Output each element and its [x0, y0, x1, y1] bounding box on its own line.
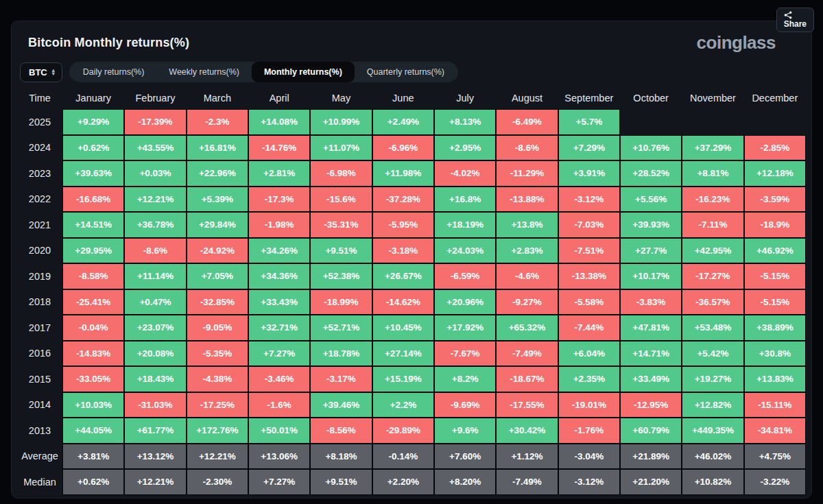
- column-header: May: [310, 87, 372, 109]
- return-cell: +42.95%: [682, 238, 743, 264]
- controls-row: BTC ▴▾ Daily returns(%)Weekly returns(%)…: [20, 62, 806, 82]
- share-icon: [784, 11, 807, 19]
- share-button[interactable]: Share: [776, 8, 814, 32]
- chevron-updown-icon: ▴▾: [52, 69, 55, 75]
- return-cell: +2.2%: [372, 392, 434, 418]
- return-cell: +7.05%: [187, 263, 248, 289]
- page: Share Bitcoin Monthly returns(%) coingla…: [0, 0, 823, 504]
- return-cell: +7.27%: [248, 469, 310, 495]
- return-cell: +23.07%: [124, 315, 186, 341]
- return-cell: +3.81%: [62, 444, 124, 470]
- return-cell: +10.82%: [682, 469, 743, 495]
- return-cell: -7.11%: [682, 212, 743, 238]
- return-cell: +21.89%: [620, 444, 682, 470]
- return-cell: +39.63%: [62, 160, 124, 187]
- tab-daily-returns[interactable]: Daily returns(%): [71, 62, 157, 82]
- return-cell: -4.02%: [434, 160, 496, 187]
- return-cell: +53.48%: [682, 315, 743, 341]
- return-cell: -18.9%: [744, 212, 806, 238]
- return-cell: -8.6%: [496, 135, 558, 161]
- share-button-label: Share: [784, 19, 807, 29]
- column-header: April: [248, 87, 310, 109]
- column-header: January: [62, 87, 124, 109]
- return-cell: -17.55%: [496, 392, 558, 418]
- return-cell: -7.49%: [496, 469, 558, 495]
- return-cell: +8.18%: [310, 444, 372, 470]
- return-cell: -7.03%: [558, 212, 620, 238]
- tab-group: Daily returns(%)Weekly returns(%)Monthly…: [69, 62, 458, 82]
- return-cell: -3.22%: [744, 469, 806, 495]
- return-cell: +172.76%: [187, 418, 248, 444]
- return-cell: -3.59%: [744, 187, 806, 213]
- table-row: 2014+10.03%-31.03%-17.25%-1.6%+39.46%+2.…: [17, 392, 806, 418]
- return-cell: -14.76%: [248, 135, 310, 161]
- return-cell: +2.35%: [558, 366, 620, 392]
- return-cell: -7.44%: [558, 315, 620, 341]
- return-cell: +2.83%: [496, 238, 558, 264]
- return-cell: +52.71%: [310, 315, 372, 341]
- return-cell: +52.38%: [310, 263, 372, 289]
- return-cell: +19.27%: [682, 366, 743, 392]
- table-row: 2015-33.05%+18.43%-4.38%-3.46%-3.17%+15.…: [17, 366, 806, 392]
- table-row: 2019-8.58%+11.14%+7.05%+34.36%+52.38%+26…: [17, 263, 806, 289]
- return-cell: [620, 109, 682, 135]
- return-cell: +12.21%: [124, 469, 186, 495]
- return-cell: -12.95%: [620, 392, 682, 418]
- symbol-select[interactable]: BTC ▴▾: [20, 62, 62, 82]
- column-header: September: [558, 87, 620, 109]
- return-cell: +24.03%: [434, 238, 496, 264]
- return-cell: +37.29%: [682, 135, 743, 161]
- return-cell: +12.21%: [124, 187, 186, 213]
- return-cell: +8.81%: [682, 160, 743, 187]
- return-cell: -2.30%: [187, 469, 248, 495]
- return-cell: +5.7%: [558, 109, 620, 135]
- column-header: March: [187, 87, 248, 109]
- return-cell: -17.25%: [187, 392, 248, 418]
- table-row: 2025+9.29%-17.39%-2.3%+14.08%+10.99%+2.4…: [17, 109, 806, 135]
- column-header: August: [496, 87, 558, 109]
- return-cell: +3.91%: [558, 160, 620, 187]
- return-cell: +43.55%: [124, 135, 186, 161]
- return-cell: -31.03%: [124, 392, 186, 418]
- page-title: Bitcoin Monthly returns(%): [28, 36, 189, 50]
- table-row: 2023+39.63%+0.03%+22.96%+2.81%-6.98%+11.…: [17, 160, 806, 187]
- tab-monthly-returns[interactable]: Monthly returns(%): [252, 62, 355, 82]
- tab-quarterly-returns[interactable]: Quarterly returns(%): [355, 62, 457, 82]
- return-cell: -3.18%: [372, 238, 434, 264]
- return-cell: +11.14%: [124, 263, 186, 289]
- return-cell: +13.06%: [248, 444, 310, 470]
- returns-card: Bitcoin Monthly returns(%) coinglass BTC…: [11, 21, 812, 499]
- return-cell: +15.19%: [372, 366, 434, 392]
- return-cell: +30.8%: [744, 341, 806, 367]
- return-cell: +9.6%: [434, 418, 496, 444]
- return-cell: +9.51%: [310, 469, 372, 495]
- symbol-select-value: BTC: [29, 67, 47, 77]
- return-cell: -8.6%: [124, 238, 186, 264]
- return-cell: -2.85%: [744, 135, 806, 161]
- return-cell: -0.14%: [372, 444, 434, 470]
- return-cell: -3.17%: [310, 366, 372, 392]
- return-cell: -13.88%: [496, 187, 558, 213]
- return-cell: +8.2%: [434, 366, 496, 392]
- row-label: 2017: [17, 315, 62, 341]
- return-cell: -1.98%: [248, 212, 310, 238]
- return-cell: +11.98%: [372, 160, 434, 187]
- table-header-row: TimeJanuaryFebruaryMarchAprilMayJuneJuly…: [17, 87, 806, 109]
- row-label: 2018: [17, 289, 62, 315]
- return-cell: +6.04%: [558, 341, 620, 367]
- return-cell: +39.46%: [310, 392, 372, 418]
- return-cell: +22.96%: [187, 160, 248, 187]
- return-cell: +10.03%: [62, 392, 124, 418]
- return-cell: -11.29%: [496, 160, 558, 187]
- return-cell: -19.01%: [558, 392, 620, 418]
- tab-weekly-returns[interactable]: Weekly returns(%): [156, 62, 252, 82]
- return-cell: -5.15%: [744, 289, 806, 315]
- return-cell: +0.47%: [124, 289, 186, 315]
- row-label: 2014: [17, 392, 62, 418]
- return-cell: +39.93%: [620, 212, 682, 238]
- return-cell: +18.19%: [434, 212, 496, 238]
- return-cell: +20.96%: [434, 289, 496, 315]
- table-row: Average+3.81%+13.12%+12.21%+13.06%+8.18%…: [17, 444, 806, 470]
- return-cell: +27.7%: [620, 238, 682, 264]
- return-cell: +33.43%: [248, 289, 310, 315]
